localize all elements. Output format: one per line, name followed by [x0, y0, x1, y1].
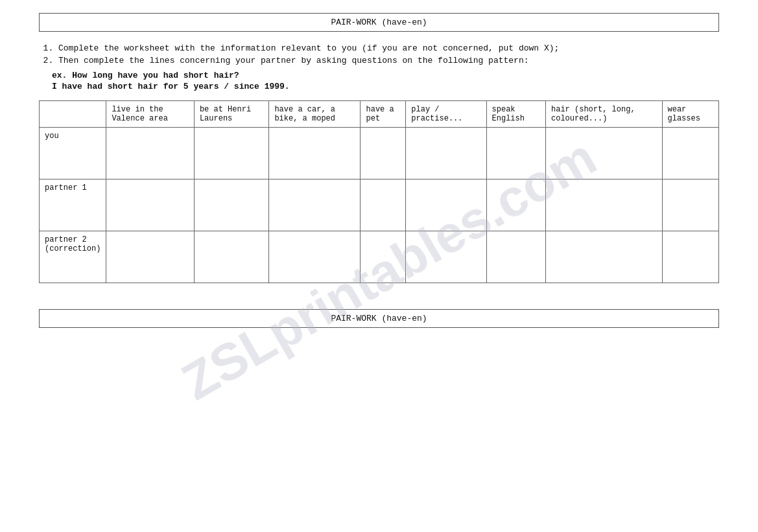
page-wrapper: ZSLprintables.com PAIR-WORK (have-en) Co… — [39, 13, 719, 328]
header-cell-8: wear glasses — [662, 101, 719, 128]
example-label: ex. How long have you had short hair? — [52, 71, 719, 80]
row-you-cell-1 — [106, 128, 194, 179]
row-p2-cell-2 — [194, 231, 268, 283]
row-p2-cell-7 — [546, 231, 663, 283]
row-label-partner2: partner 2(correction) — [40, 231, 106, 283]
table-row-partner2: partner 2(correction) — [40, 231, 719, 283]
row-p2-cell-1 — [106, 231, 194, 283]
row-p1-cell-6 — [486, 179, 545, 231]
row-p2-cell-5 — [406, 231, 486, 283]
row-p1-cell-2 — [194, 179, 268, 231]
example: ex. How long have you had short hair? I … — [45, 71, 719, 91]
row-p2-cell-4 — [361, 231, 406, 283]
title-1: PAIR-WORK (have-en) — [331, 17, 427, 27]
row-p1-cell-7 — [546, 179, 663, 231]
instruction-item-2: Then complete the lines concerning your … — [58, 56, 719, 65]
header-cell-0 — [40, 101, 106, 128]
row-you-cell-8 — [662, 128, 719, 179]
header-cell-6: speak English — [486, 101, 545, 128]
row-you-cell-6 — [486, 128, 545, 179]
header-cell-4: have a pet — [361, 101, 406, 128]
row-label-partner1: partner 1 — [40, 179, 106, 231]
table-row-partner1: partner 1 — [40, 179, 719, 231]
table-header-row: live in the Valence area be at Henri Lau… — [40, 101, 719, 128]
header-cell-2: be at Henri Laurens — [194, 101, 268, 128]
header-cell-1: live in the Valence area — [106, 101, 194, 128]
worksheet-table: live in the Valence area be at Henri Lau… — [39, 100, 719, 283]
title-2: PAIR-WORK (have-en) — [331, 314, 427, 323]
row-p2-cell-6 — [486, 231, 545, 283]
header-cell-7: hair (short, long, coloured...) — [546, 101, 663, 128]
title-box-1: PAIR-WORK (have-en) — [39, 13, 719, 32]
row-p2-cell-3 — [269, 231, 361, 283]
example-answer: I have had short hair for 5 years / sinc… — [52, 82, 719, 91]
partner2-label: partner 2(correction) — [45, 235, 101, 253]
title-box-2: PAIR-WORK (have-en) — [39, 309, 719, 328]
row-you-cell-3 — [269, 128, 361, 179]
row-you-cell-5 — [406, 128, 486, 179]
row-you-cell-7 — [546, 128, 663, 179]
instruction-item-1: Complete the worksheet with the informat… — [58, 43, 719, 53]
row-p1-cell-8 — [662, 179, 719, 231]
table-row-you: you — [40, 128, 719, 179]
header-cell-3: have a car, a bike, a moped — [269, 101, 361, 128]
header-cell-5: play / practise... — [406, 101, 486, 128]
row-you-cell-4 — [361, 128, 406, 179]
row-p2-cell-8 — [662, 231, 719, 283]
row-p1-cell-3 — [269, 179, 361, 231]
row-you-cell-2 — [194, 128, 268, 179]
row-p1-cell-4 — [361, 179, 406, 231]
row-p1-cell-5 — [406, 179, 486, 231]
row-label-you: you — [40, 128, 106, 179]
instructions: Complete the worksheet with the informat… — [39, 43, 719, 91]
row-p1-cell-1 — [106, 179, 194, 231]
